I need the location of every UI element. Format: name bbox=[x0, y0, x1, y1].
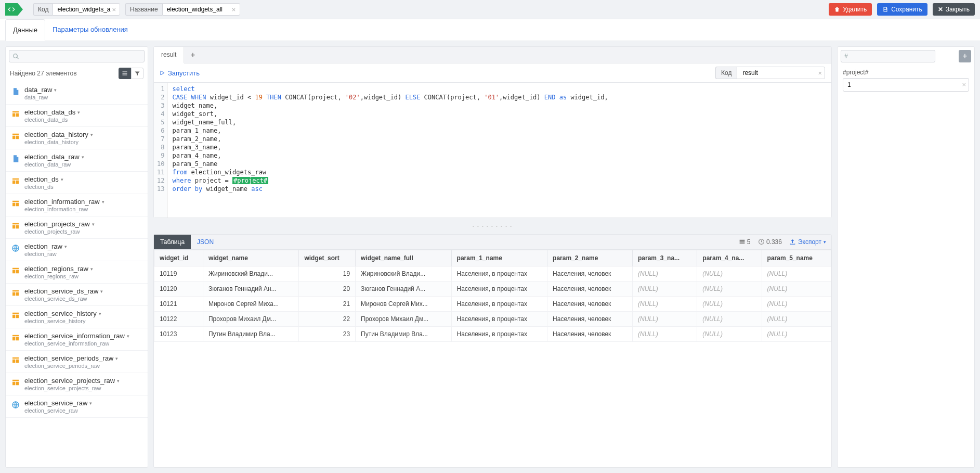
table-row[interactable]: 10120Зюганов Геннадий Ан...20Зюганов Ген… bbox=[154, 282, 831, 297]
rows-icon bbox=[739, 238, 746, 245]
column-header[interactable]: param_5_name bbox=[762, 250, 831, 266]
name-clear-icon[interactable]: × bbox=[228, 6, 240, 14]
sidebar-item[interactable]: election_data_raw ▾election_data_raw bbox=[6, 149, 148, 172]
sidebar-item[interactable]: election_service_projects_raw ▾election_… bbox=[6, 373, 148, 395]
column-header[interactable]: widget_sort bbox=[299, 250, 356, 266]
splitter[interactable]: • • • • • • • • • bbox=[153, 223, 832, 229]
chevron-down-icon: ▾ bbox=[90, 132, 93, 137]
param-clear-icon[interactable]: × bbox=[962, 81, 966, 88]
hash-icon: # bbox=[844, 53, 848, 60]
table-row[interactable]: 10121Миронов Сергей Миха...21Миронов Сер… bbox=[154, 297, 831, 312]
sidebar-tree[interactable]: data_raw ▾data_rawelection_data_ds ▾elec… bbox=[6, 82, 148, 467]
sidebar-item[interactable]: data_raw ▾data_raw bbox=[6, 82, 148, 105]
sidebar-search-input[interactable] bbox=[9, 50, 145, 62]
sidebar-item[interactable]: election_service_periods_raw ▾election_s… bbox=[6, 351, 148, 373]
table-row[interactable]: 10119Жириновский Влади...19Жириновский В… bbox=[154, 266, 831, 282]
sidebar-item-title: election_regions_raw ▾ bbox=[24, 265, 142, 273]
sidebar-item[interactable]: election_information_raw ▾election_infor… bbox=[6, 194, 148, 216]
table-cell: (NULL) bbox=[633, 297, 697, 312]
exec-time: 0.336 bbox=[758, 238, 782, 246]
sidebar-item-sub: election_service_history bbox=[24, 318, 142, 324]
table-row[interactable]: 10122Прохоров Михаил Дм...22Прохоров Мих… bbox=[154, 312, 831, 327]
doc-icon bbox=[11, 87, 20, 96]
code-tab-result[interactable]: result bbox=[154, 47, 184, 63]
table-cell: Населения, в процентах bbox=[451, 282, 547, 297]
main-tabs: Данные Параметры обновления bbox=[0, 19, 980, 41]
doc-icon bbox=[11, 154, 20, 163]
column-header[interactable]: param_2_name bbox=[547, 250, 633, 266]
table-cell: Населения, в процентах bbox=[451, 312, 547, 327]
chevron-down-icon: ▾ bbox=[61, 177, 63, 182]
table-cell: (NULL) bbox=[697, 297, 762, 312]
add-code-tab-button[interactable]: + bbox=[184, 47, 201, 63]
sidebar-item[interactable]: election_service_information_raw ▾electi… bbox=[6, 328, 148, 351]
result-tab-json[interactable]: JSON bbox=[191, 235, 220, 249]
sidebar-item-sub: election_data_ds bbox=[24, 117, 142, 123]
table-cell: Зюганов Геннадий А... bbox=[356, 282, 452, 297]
result-grid[interactable]: widget_idwidget_namewidget_sortwidget_na… bbox=[154, 250, 831, 467]
table-icon bbox=[11, 311, 20, 320]
code-clear-icon[interactable]: × bbox=[108, 6, 120, 14]
column-header[interactable]: widget_id bbox=[154, 250, 203, 266]
list-view-button[interactable] bbox=[119, 68, 131, 79]
sidebar-item-sub: election_information_raw bbox=[24, 206, 142, 212]
sidebar-item[interactable]: election_projects_raw ▾election_projects… bbox=[6, 216, 148, 239]
sidebar-item[interactable]: election_data_ds ▾election_data_ds bbox=[6, 105, 148, 127]
code-field-group: Код × bbox=[33, 3, 120, 16]
save-button[interactable]: Сохранить bbox=[877, 3, 927, 16]
globe-icon bbox=[11, 244, 20, 253]
sidebar-item[interactable]: election_data_history ▾election_data_his… bbox=[6, 127, 148, 149]
tab-data[interactable]: Данные bbox=[5, 19, 45, 41]
sidebar-item[interactable]: election_regions_raw ▾election_regions_r… bbox=[6, 261, 148, 284]
close-button[interactable]: ✕ Закрыть bbox=[933, 3, 975, 16]
close-icon: ✕ bbox=[938, 6, 943, 13]
column-header[interactable]: param_4_na... bbox=[697, 250, 762, 266]
table-cell: (NULL) bbox=[633, 312, 697, 327]
table-cell: Населения, в процентах bbox=[451, 266, 547, 282]
clock-icon bbox=[758, 238, 765, 245]
chevron-down-icon: ▾ bbox=[824, 239, 826, 245]
table-cell: 10122 bbox=[154, 312, 203, 327]
table-row[interactable]: 10123Путин Владимир Вла...23Путин Владим… bbox=[154, 327, 831, 342]
sidebar-item[interactable]: election_service_raw ▾election_service_r… bbox=[6, 395, 148, 418]
table-cell: (NULL) bbox=[633, 266, 697, 282]
filter-button[interactable] bbox=[131, 68, 143, 79]
export-icon bbox=[789, 239, 796, 246]
param-project-input[interactable] bbox=[843, 78, 969, 92]
sidebar: Найдено 27 элементов data_raw ▾data_rawe… bbox=[5, 46, 148, 468]
table-icon bbox=[11, 176, 20, 186]
search-icon bbox=[12, 53, 19, 60]
sidebar-item[interactable]: election_service_ds_raw ▾election_servic… bbox=[6, 284, 148, 306]
sidebar-item[interactable]: election_service_history ▾election_servi… bbox=[6, 306, 148, 328]
sidebar-item[interactable]: election_raw ▾election_raw bbox=[6, 239, 148, 261]
kod-clear-icon[interactable]: × bbox=[814, 69, 826, 77]
kod-input[interactable] bbox=[737, 67, 825, 79]
export-button[interactable]: Экспорт ▾ bbox=[789, 238, 826, 246]
list-icon bbox=[122, 70, 128, 76]
sql-editor[interactable]: 12345678910111213 selectCASE WHEN widget… bbox=[154, 83, 831, 218]
table-icon bbox=[11, 333, 20, 342]
column-header[interactable]: param_1_name bbox=[451, 250, 547, 266]
sidebar-item[interactable]: election_ds ▾election_ds bbox=[6, 172, 148, 194]
column-header[interactable]: widget_name_full bbox=[356, 250, 452, 266]
table-cell: 10119 bbox=[154, 266, 203, 282]
column-header[interactable]: widget_name bbox=[203, 250, 299, 266]
result-tab-table[interactable]: Таблица bbox=[154, 235, 191, 249]
table-cell: (NULL) bbox=[633, 282, 697, 297]
svg-marker-2 bbox=[161, 71, 164, 75]
kod-label: Код bbox=[715, 67, 737, 79]
chevron-down-icon: ▾ bbox=[117, 378, 120, 383]
table-cell: 10123 bbox=[154, 327, 203, 342]
table-icon bbox=[11, 355, 20, 365]
chevron-down-icon: ▾ bbox=[100, 289, 103, 294]
table-cell: 10120 bbox=[154, 282, 203, 297]
tab-update-params[interactable]: Параметры обновления bbox=[45, 19, 135, 41]
add-param-button[interactable]: + bbox=[959, 50, 971, 62]
table-cell: 20 bbox=[299, 282, 356, 297]
column-header[interactable]: param_3_na... bbox=[633, 250, 697, 266]
param-search-input[interactable] bbox=[841, 50, 935, 62]
delete-button[interactable]: Удалить bbox=[829, 3, 872, 16]
table-icon bbox=[11, 199, 20, 208]
globe-icon bbox=[11, 400, 20, 410]
run-button[interactable]: Запустить bbox=[159, 69, 200, 77]
